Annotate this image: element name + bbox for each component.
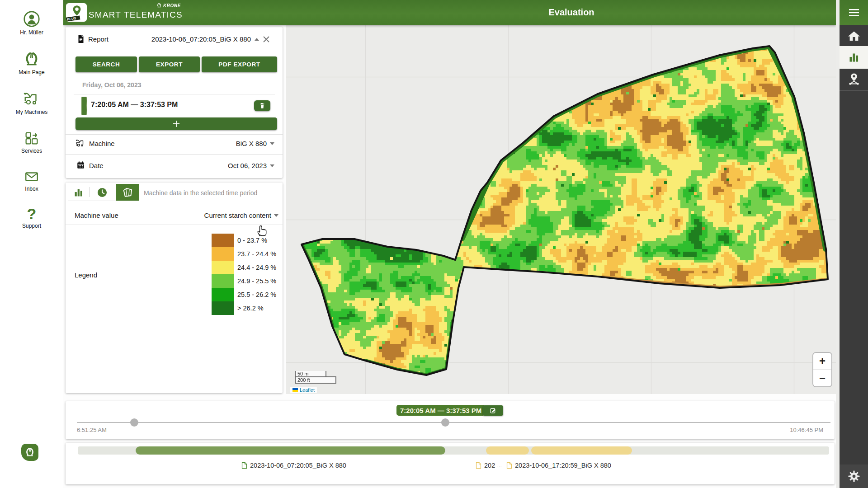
legend-range: 24.4 - 24.9 % (237, 264, 276, 271)
sidebar-item-inbox[interactable]: Inbox (0, 169, 63, 192)
recording-segment[interactable] (531, 446, 632, 455)
tab-separator (90, 187, 90, 197)
divider (66, 134, 283, 135)
slider-handle-end[interactable] (441, 418, 449, 427)
legend-row: 24.9 - 25.5 % (212, 274, 283, 288)
map-scale-control: 50 m 200 ft (295, 371, 336, 384)
file-name: 202 (484, 462, 495, 469)
envelope-icon (23, 169, 40, 184)
brand-plus-ribbon: PLUS (66, 15, 80, 22)
close-icon[interactable] (262, 35, 271, 44)
divider (74, 94, 275, 94)
crown-icon (23, 51, 40, 68)
zoom-out-button[interactable]: − (813, 370, 831, 386)
date-label: Date (89, 162, 104, 169)
harvester-icon (23, 90, 41, 108)
menu-button[interactable] (840, 0, 868, 25)
sidebar-item-my-machines[interactable]: My Machines (0, 90, 63, 115)
search-button[interactable]: SEARCH (75, 56, 137, 72)
delete-time-entry-button[interactable] (254, 100, 270, 111)
legend-swatch (212, 261, 234, 274)
date-select-value[interactable]: Oct 06, 2023 (176, 162, 267, 169)
brand-logo: PLUS (66, 3, 87, 22)
field-map[interactable]: 50 m 200 ft Leaflet + − (286, 25, 836, 394)
sidebar-item-label: My Machines (0, 109, 63, 115)
zoom-in-button[interactable]: + (813, 353, 831, 370)
right-sidebar (840, 0, 868, 488)
time-entry-range[interactable]: 7:20:05 AM — 3:37:53 PM (91, 101, 178, 109)
machine-value-select[interactable]: Current starch content (160, 211, 271, 219)
legend-swatch (212, 288, 234, 301)
file-name: 2023-10-06_17:20:59_BiG X 880 (515, 462, 611, 469)
file-entry[interactable]: 2023-10-06_07:20:05_BiG X 880 (241, 461, 346, 470)
machine-data-panel: Machine data in the selected time period… (66, 183, 283, 393)
machine-select-value[interactable]: BiG X 880 (176, 140, 267, 147)
flag-icon (292, 388, 298, 392)
field-map-icon (121, 186, 134, 199)
slider-handle-start[interactable] (130, 418, 138, 427)
tab-chart[interactable] (68, 184, 89, 201)
tabbar-underline (68, 201, 139, 201)
chevron-up-icon[interactable] (255, 38, 259, 41)
recording-segment[interactable] (136, 446, 445, 455)
tab-time[interactable] (90, 184, 113, 201)
day-header: Friday, Oct 06, 2023 (82, 81, 141, 89)
file-name: 2023-10-06_07:20:05_BiG X 880 (250, 462, 346, 469)
attribution-link[interactable]: Leaflet (300, 387, 315, 393)
sidebar-item-label: Main Page (0, 69, 63, 75)
recording-segment[interactable] (486, 446, 529, 455)
gear-icon (847, 469, 861, 483)
scroll-gutter (836, 0, 840, 488)
tab-note: Machine data in the selected time period (144, 189, 257, 197)
file-entry[interactable]: 202 … (475, 461, 502, 470)
machine-value-label: Machine value (75, 211, 118, 219)
legend-label: Legend (75, 271, 97, 279)
file-name-ellipsis: … (497, 463, 502, 468)
app-window: { "header": { "title": "Evaluation", "br… (0, 0, 868, 488)
map-attribution[interactable]: Leaflet (290, 387, 317, 393)
sidebar-item-user[interactable]: Hr. Müller (0, 10, 63, 36)
user-icon (23, 10, 41, 28)
report-select-value[interactable]: 2023-10-06_07:20:05_BiG X 880 (142, 35, 251, 43)
legend-row: > 26.2 % (212, 301, 283, 315)
rail-item-settings[interactable] (840, 465, 868, 488)
legend-row: 24.4 - 24.9 % (212, 261, 283, 274)
tab-field-map[interactable] (116, 184, 139, 201)
sidebar-item-support[interactable]: ? Support (0, 206, 63, 229)
divider (66, 225, 283, 225)
pdf-export-button[interactable]: PDF EXPORT (202, 56, 277, 72)
chevron-down-icon[interactable] (274, 214, 278, 217)
sidebar-item-main-page[interactable]: Main Page (0, 51, 63, 75)
sidebar-item-services[interactable]: Services (0, 130, 63, 154)
krone-app-chip[interactable] (21, 444, 38, 461)
chevron-down-icon[interactable] (270, 142, 274, 145)
rail-item-evaluation[interactable] (840, 46, 868, 69)
edit-range-button[interactable] (483, 405, 503, 416)
rail-item-home[interactable] (840, 26, 868, 46)
export-button[interactable]: EXPORT (139, 56, 200, 72)
legend-range: 0 - 23.7 % (237, 237, 267, 244)
map-pin-network-icon (847, 72, 861, 86)
chevron-down-icon[interactable] (270, 164, 274, 167)
page-title: Evaluation (548, 7, 594, 18)
legend-row: 23.7 - 24.4 % (212, 247, 283, 261)
rail-item-field-tracking[interactable] (840, 69, 868, 89)
file-icon (241, 461, 248, 470)
bar-chart-icon (72, 186, 85, 199)
plus-icon (172, 120, 180, 128)
legend-range: 23.7 - 24.4 % (237, 250, 276, 258)
rail-divider (840, 90, 868, 91)
crown-icon (156, 3, 162, 8)
selected-range-badge: 7:20:05 AM — 3:37:53 PM (396, 405, 485, 416)
file-entry[interactable]: 2023-10-06_17:20:59_BiG X 880 (505, 461, 611, 470)
brand-name: SMART TELEMATICS (89, 10, 183, 20)
time-entry-marker (81, 97, 87, 115)
file-icon (505, 461, 513, 470)
sidebar-item-label: Inbox (0, 186, 63, 192)
time-slider-track[interactable] (77, 422, 830, 423)
add-time-entry-button[interactable] (75, 117, 277, 130)
report-doc-icon (76, 34, 86, 44)
sidebar-item-label: Support (0, 223, 63, 229)
trash-icon (258, 102, 266, 110)
map-zoom-control: + − (812, 352, 832, 387)
